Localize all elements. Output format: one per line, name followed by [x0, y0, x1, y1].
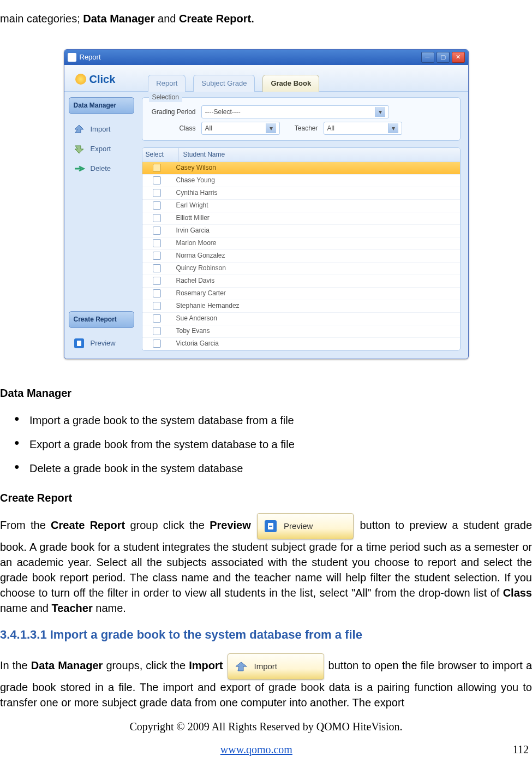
list-item: Export a grade book from the system data…	[0, 432, 532, 456]
student-name: Stephanie Hernandez	[172, 301, 460, 311]
preview-icon	[263, 519, 278, 534]
tab-grade-book[interactable]: Grade Book	[262, 75, 319, 92]
col-select[interactable]: Select	[142, 148, 179, 162]
teacher-value: All	[327, 124, 334, 133]
table-row[interactable]: Elliott Miller	[142, 212, 460, 225]
table-row[interactable]: Marlon Moore	[142, 237, 460, 250]
sidebar-item-label: Import	[91, 124, 111, 134]
row-checkbox-cell[interactable]	[142, 176, 172, 184]
titlebar: Report ─ ▢ ✕	[64, 50, 468, 65]
footer-row: www.qomo.com 112	[0, 742, 532, 757]
checkbox-icon[interactable]	[153, 239, 161, 247]
brand-logo: Click	[75, 72, 116, 91]
sidebar-item-import[interactable]: Import	[69, 120, 134, 139]
row-checkbox-cell[interactable]	[142, 201, 172, 210]
row-checkbox-cell[interactable]	[142, 239, 172, 247]
checkbox-icon[interactable]	[153, 252, 161, 260]
app-window: Report ─ ▢ ✕ Click ReportSubject GradeGr…	[64, 49, 469, 359]
teacher-select[interactable]: All ▾	[324, 122, 402, 135]
checkbox-icon[interactable]	[153, 264, 161, 272]
list-item: Delete a grade book in the system databa…	[0, 456, 532, 480]
data-manager-list: Import a grade book to the system databa…	[0, 408, 532, 480]
table-row[interactable]: Sue Anderson	[142, 313, 460, 325]
class-select[interactable]: All ▾	[201, 122, 280, 135]
table-row[interactable]: Chase Young	[142, 175, 460, 187]
student-name: Chase Young	[172, 176, 460, 185]
table-row[interactable]: Victoria Garcia	[142, 338, 460, 350]
checkbox-icon[interactable]	[153, 189, 161, 197]
row-checkbox-cell[interactable]	[142, 289, 172, 297]
student-name: Casey Wilson	[172, 163, 460, 172]
sidebar-item-delete[interactable]: Delete	[69, 159, 134, 178]
table-row[interactable]: Earl Wright	[142, 200, 460, 212]
tab-subject-grade[interactable]: Subject Grade	[193, 75, 255, 92]
row-checkbox-cell[interactable]	[142, 340, 172, 348]
checkbox-icon[interactable]	[153, 314, 161, 323]
checkbox-icon[interactable]	[153, 214, 161, 222]
row-checkbox-cell[interactable]	[142, 164, 172, 172]
student-name: Victoria Garcia	[172, 339, 460, 348]
checkbox-icon[interactable]	[153, 327, 161, 335]
preview-icon	[72, 336, 86, 350]
row-checkbox-cell[interactable]	[142, 189, 172, 197]
row-checkbox-cell[interactable]	[142, 314, 172, 323]
tab-report[interactable]: Report	[148, 75, 186, 92]
student-name: Marlon Moore	[172, 239, 460, 248]
maximize-button[interactable]: ▢	[437, 52, 450, 63]
sidebar-item-export[interactable]: Export	[69, 139, 134, 159]
site-link[interactable]: www.qomo.com	[220, 742, 292, 757]
row-checkbox-cell[interactable]	[142, 227, 172, 235]
window-title: Report	[80, 52, 101, 62]
table-row[interactable]: Toby Evans	[142, 325, 460, 338]
screenshot-figure: Report ─ ▢ ✕ Click ReportSubject GradeGr…	[0, 44, 532, 376]
row-checkbox-cell[interactable]	[142, 327, 172, 335]
table-header: Select Student Name	[142, 148, 460, 162]
import-paragraph: In the Data Manager groups, click the Im…	[0, 653, 532, 710]
svg-rect-1	[77, 341, 81, 346]
preview-button-inline[interactable]: Preview	[257, 513, 354, 539]
table-row[interactable]: Cynthia Harris	[142, 187, 460, 200]
table-row[interactable]: Casey Wilson	[142, 162, 460, 175]
heading-data-manager: Data Manager	[0, 385, 532, 401]
sidebar-head-create-report[interactable]: Create Report	[69, 311, 134, 328]
preview-button-label: Preview	[284, 520, 313, 532]
sidebar-item-label: Delete	[91, 164, 111, 174]
checkbox-icon[interactable]	[153, 176, 161, 184]
brand-text: Click	[89, 72, 116, 87]
table-row[interactable]: Rosemary Carter	[142, 288, 460, 300]
close-button[interactable]: ✕	[452, 52, 465, 63]
table-row[interactable]: Rachel Davis	[142, 275, 460, 288]
student-name: Sue Anderson	[172, 314, 460, 323]
student-name: Quincy Robinson	[172, 264, 460, 273]
checkbox-icon[interactable]	[153, 302, 161, 310]
grading-period-label: Grading Period	[148, 108, 196, 117]
checkbox-icon[interactable]	[153, 289, 161, 297]
table-row[interactable]: Irvin Garcia	[142, 225, 460, 237]
checkbox-icon[interactable]	[153, 277, 161, 285]
class-label: Class	[148, 124, 196, 133]
student-name: Irvin Garcia	[172, 226, 460, 235]
checkbox-icon[interactable]	[153, 164, 161, 172]
checkbox-icon[interactable]	[153, 340, 161, 348]
row-checkbox-cell[interactable]	[142, 214, 172, 222]
row-checkbox-cell[interactable]	[142, 252, 172, 260]
table-row[interactable]: Norma Gonzalez	[142, 250, 460, 263]
import-button-inline[interactable]: Import	[228, 653, 324, 680]
student-name: Earl Wright	[172, 201, 460, 210]
heading-create-report: Create Report	[0, 490, 532, 505]
chevron-down-icon: ▾	[388, 123, 398, 133]
checkbox-icon[interactable]	[153, 227, 161, 235]
minimize-button[interactable]: ─	[421, 52, 434, 63]
student-name: Norma Gonzalez	[172, 251, 460, 260]
row-checkbox-cell[interactable]	[142, 302, 172, 310]
table-row[interactable]: Quincy Robinson	[142, 263, 460, 275]
sidebar-item-preview[interactable]: Preview	[69, 334, 134, 353]
row-checkbox-cell[interactable]	[142, 277, 172, 285]
grading-period-select[interactable]: ----Select---- ▾	[201, 105, 389, 118]
row-checkbox-cell[interactable]	[142, 264, 172, 272]
col-name[interactable]: Student Name	[179, 148, 460, 162]
checkbox-icon[interactable]	[153, 201, 161, 210]
sidebar-head-data-manager[interactable]: Data Manager	[69, 97, 134, 114]
intro-bold-1: Data Manager	[83, 13, 154, 25]
table-row[interactable]: Stephanie Hernandez	[142, 300, 460, 313]
